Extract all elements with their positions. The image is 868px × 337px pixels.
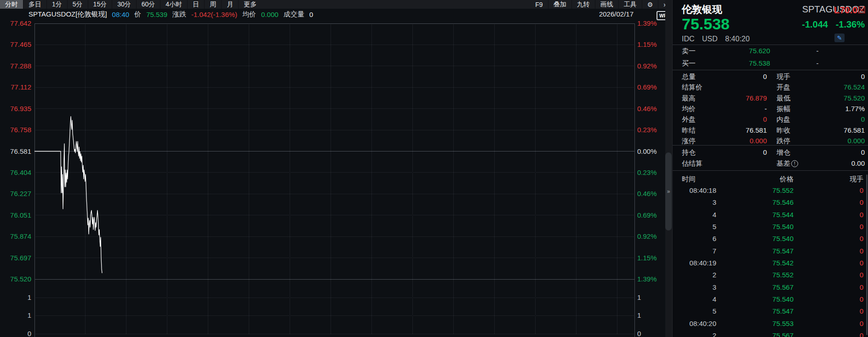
tick-row[interactable]: 08:40:1875.5520: [673, 185, 868, 197]
collapse-panel-handle[interactable]: »: [665, 152, 672, 230]
divider: [673, 45, 868, 45]
tick-list-scrollbar[interactable]: [866, 174, 868, 335]
y-axis-price: 75.874: [0, 232, 31, 241]
tick-row[interactable]: 475.5440: [673, 209, 868, 221]
y-axis-price: 77.465: [0, 40, 31, 49]
position-row: 持仓0增仓0: [673, 147, 868, 158]
y-axis-percent: 0.23%: [637, 168, 664, 177]
tick-row[interactable]: 375.5460: [673, 197, 868, 208]
stat-label: 结算价: [682, 82, 702, 93]
tick-hand: 0: [682, 318, 863, 330]
y-axis-price: 75.697: [0, 254, 31, 262]
book-row-买一[interactable]: 买一75.538-: [673, 58, 868, 69]
book-row-卖一[interactable]: 卖一75.620-: [673, 45, 868, 56]
stat-value: 0: [777, 147, 865, 158]
book-price: 75.620: [682, 45, 770, 56]
price-change-pct: -1.36%: [836, 19, 865, 30]
tick-hand: 0: [682, 305, 863, 317]
tick-row[interactable]: 08:40:2075.5530: [673, 318, 868, 330]
stat-value: 76.581: [777, 125, 865, 136]
volume-axis-label: 0: [637, 330, 664, 337]
y-axis-percent: 0.46%: [637, 105, 664, 113]
intraday-chart[interactable]: 77.64277.46577.28877.11276.93576.75876.5…: [0, 0, 665, 337]
tick-row[interactable]: 275.5670: [673, 330, 868, 337]
y-axis-price: 76.758: [0, 126, 31, 134]
divider: [673, 70, 868, 70]
tick-row[interactable]: 775.5470: [673, 245, 868, 257]
instrument-name: 伦敦银现: [682, 3, 722, 17]
tick-hand: 0: [682, 185, 863, 197]
tick-row[interactable]: 475.5400: [673, 293, 868, 305]
tick-hand: 0: [682, 221, 863, 233]
tick-hand: 0: [682, 281, 863, 293]
y-axis-price: 76.051: [0, 211, 31, 219]
divider: [673, 145, 868, 146]
stat-row: 昨结76.581昨收76.581: [673, 125, 868, 136]
y-axis-price: 77.642: [0, 19, 31, 28]
price-line: [34, 117, 102, 273]
stat-value: 0: [682, 147, 767, 158]
tick-hand: 0: [682, 269, 863, 281]
position-row: 估结算基差!0.00: [673, 158, 868, 169]
tick-row[interactable]: 275.5520: [673, 269, 868, 281]
stat-value: 0.00: [777, 158, 865, 169]
tick-table-header: 时间 价格 现手: [673, 174, 868, 185]
y-axis-price: 77.112: [0, 83, 31, 91]
volume-axis-label: 1: [637, 293, 664, 302]
y-axis-percent: 0.92%: [637, 62, 664, 70]
book-price: 75.538: [682, 58, 770, 69]
y-axis-percent: 0.23%: [637, 126, 664, 134]
y-axis-percent: 0.92%: [637, 232, 664, 241]
stat-row: 总量0现手0: [673, 71, 868, 82]
stat-value: 0: [777, 114, 865, 125]
y-axis-price: 76.404: [0, 168, 31, 177]
stat-row: 外盘0内盘0: [673, 114, 868, 125]
instrument-ticker: SPTAGUSDOZ L70.0☒: [802, 4, 865, 15]
tick-row[interactable]: 08:40:1975.5420: [673, 257, 868, 269]
y-axis-price: 76.581: [0, 147, 31, 156]
tick-row[interactable]: 375.5670: [673, 281, 868, 293]
y-axis-percent: 1.39%: [637, 275, 664, 283]
y-axis-percent: 0.69%: [637, 83, 664, 91]
volume-axis-label: 0: [0, 330, 31, 337]
market-code: IDC: [682, 35, 695, 43]
y-axis-price: 75.520: [0, 275, 31, 283]
stat-row: 最高76.879最低75.520: [673, 93, 868, 104]
stat-value: 1.77%: [777, 103, 865, 114]
tick-list: 08:40:1875.5520375.5460475.5440575.54006…: [673, 185, 868, 337]
tick-hand: 0: [682, 209, 863, 221]
stat-value: 0: [682, 114, 767, 125]
quote-panel: 伦敦银现 SPTAGUSDOZ L70.0☒ 75.538 -1.044 -1.…: [672, 0, 868, 337]
tick-hand: 0: [682, 293, 863, 305]
stat-value: 0: [682, 71, 767, 82]
tick-hand: 0: [682, 233, 863, 245]
y-axis-percent: 0.00%: [637, 147, 664, 156]
y-axis-percent: 1.39%: [637, 19, 664, 28]
last-price: 75.538: [682, 15, 730, 33]
volume-axis-label: 1: [637, 311, 664, 320]
edit-pencil-icon[interactable]: ✎: [834, 34, 845, 42]
stat-value: 76.581: [682, 125, 767, 136]
book-size: -: [801, 58, 834, 69]
volume-axis-label: 1: [0, 311, 31, 320]
stat-value: 0: [777, 71, 865, 82]
stat-value: 76.879: [682, 93, 767, 104]
tick-hand: 0: [682, 330, 863, 337]
tick-row[interactable]: 575.5400: [673, 221, 868, 233]
tick-row[interactable]: 675.5400: [673, 233, 868, 245]
volume-axis-label: 1: [0, 293, 31, 302]
y-axis-price: 77.288: [0, 62, 31, 70]
book-size: -: [801, 45, 834, 56]
chart-canvas[interactable]: [0, 0, 665, 337]
col-hand: 现手: [682, 174, 863, 185]
y-axis-percent: 0.46%: [637, 190, 664, 198]
y-axis-percent: 0.69%: [637, 211, 664, 219]
quote-alert-overlay: L70.0☒: [834, 5, 866, 16]
chevron-right-icon: »: [667, 188, 670, 195]
stat-value: -: [682, 103, 767, 114]
quote-time: 8:40:20: [725, 35, 749, 43]
currency: USD: [702, 35, 718, 43]
price-change: -1.044: [802, 19, 828, 30]
tick-row[interactable]: 575.5470: [673, 305, 868, 317]
stat-row: 结算价开盘76.524: [673, 82, 868, 93]
